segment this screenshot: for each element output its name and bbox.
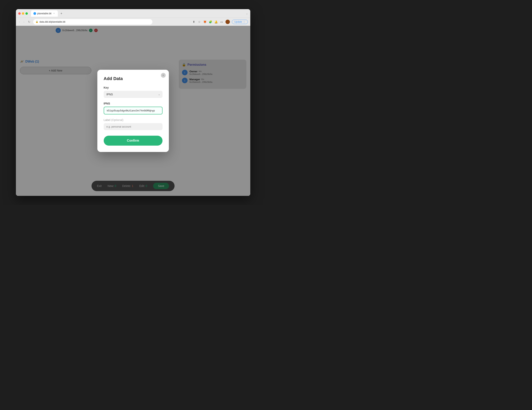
- url-text: data.did.id/planetable.bit: [39, 20, 65, 23]
- add-data-modal: × Add Data Key IPNS IPFS redirect_url cu…: [97, 70, 169, 152]
- lock-icon: 🔒: [36, 20, 38, 23]
- modal-overlay: × Add Data Key IPNS IPFS redirect_url cu…: [16, 26, 250, 196]
- key-select[interactable]: IPNS IPFS redirect_url custom: [104, 91, 162, 98]
- close-window-button[interactable]: [18, 12, 21, 15]
- puzzle-icon[interactable]: 🧩: [209, 20, 212, 24]
- update-menu-icon: ⋮: [243, 20, 245, 23]
- tab-area: 🌐 planetable.bit × +: [31, 10, 244, 17]
- update-label: Update: [234, 20, 242, 23]
- maximize-window-button[interactable]: [25, 12, 28, 15]
- forward-button[interactable]: ›: [23, 19, 25, 24]
- modal-title: Add Data: [104, 76, 162, 81]
- modal-close-button[interactable]: ×: [161, 73, 166, 78]
- active-tab[interactable]: 🌐 planetable.bit ×: [31, 10, 58, 17]
- label-form-group: Label (Optional): [104, 118, 162, 130]
- fox-icon[interactable]: 🦊: [203, 20, 207, 24]
- key-label: Key: [104, 86, 162, 89]
- minimize-window-button[interactable]: [22, 12, 24, 15]
- address-bar: ‹ › ↻ 🔒 data.did.id/planetable.bit ⬆ ☆ 🦊…: [16, 18, 250, 26]
- label-label: Label (Optional): [104, 118, 162, 122]
- tab-title: planetable.bit: [37, 12, 51, 15]
- sidebar-icon[interactable]: ▭: [220, 20, 223, 24]
- window-controls: ⌄: [246, 12, 248, 15]
- browser-actions: ⬆ ☆ 🦊 🧩 🔔 ▭ Update ⋮: [192, 20, 248, 24]
- tab-close-button[interactable]: ×: [53, 12, 56, 15]
- key-select-wrapper: IPNS IPFS redirect_url custom ⌄: [104, 91, 162, 98]
- update-button[interactable]: Update ⋮: [232, 20, 248, 24]
- reload-button[interactable]: ↻: [27, 19, 31, 24]
- chevron-down-icon: ⌄: [246, 12, 248, 15]
- bell-icon[interactable]: 🔔: [214, 20, 218, 24]
- label-input[interactable]: [104, 123, 162, 130]
- confirm-button[interactable]: Confirm: [104, 136, 162, 146]
- tab-favicon: 🌐: [33, 12, 36, 15]
- browser-window: 🌐 planetable.bit × + ⌄ ‹ › ↻ 🔒 data.did.…: [16, 9, 250, 196]
- bookmark-icon[interactable]: ☆: [198, 20, 201, 24]
- title-bar: 🌐 planetable.bit × + ⌄: [16, 9, 250, 18]
- new-tab-button[interactable]: +: [59, 11, 64, 16]
- ipns-input[interactable]: [104, 107, 162, 114]
- back-button[interactable]: ‹: [18, 19, 21, 24]
- page-content: ⟠ 0x18deee9...29fb26b9a ✓ × 🪐 DWeb (1) +…: [16, 26, 250, 196]
- traffic-lights: [18, 12, 28, 15]
- key-form-group: Key IPNS IPFS redirect_url custom ⌄: [104, 86, 162, 98]
- avatar[interactable]: [226, 20, 230, 24]
- share-icon[interactable]: ⬆: [192, 20, 196, 24]
- ipns-form-group: IPNS: [104, 102, 162, 114]
- url-bar[interactable]: 🔒 data.did.id/planetable.bit: [33, 19, 152, 25]
- ipns-label: IPNS: [104, 102, 162, 105]
